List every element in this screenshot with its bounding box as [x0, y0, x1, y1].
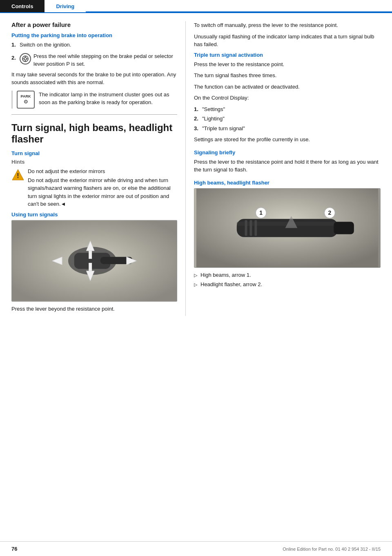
- signaling-briefly-title: Signaling briefly: [194, 149, 381, 156]
- hint2-text: Do not adjust the exterior mirror while …: [28, 176, 177, 208]
- right-column: To switch off manually, press the lever …: [186, 21, 392, 316]
- warning-triangle-icon: !: [11, 168, 24, 181]
- tab-driving[interactable]: Driving: [45, 0, 86, 12]
- high-beams-bullets: High beams, arrow 1. Headlight flasher, …: [194, 271, 381, 289]
- section-turn-signal: Turn signal, high beams, headlight flash…: [11, 122, 177, 313]
- svg-rect-21: [245, 220, 247, 236]
- parking-brake-subtitle: Putting the parking brake into operation: [11, 32, 177, 38]
- triple-turn-section: Triple turn signal activation Press the …: [194, 52, 381, 144]
- turn-signal-caption: Press the lever beyond the resistance po…: [11, 305, 177, 313]
- svg-point-1: [24, 58, 27, 60]
- svg-text:!: !: [17, 172, 19, 179]
- triple-step-3: 3. "Triple turn signal": [194, 125, 381, 133]
- signaling-briefly-section: Signaling briefly Press the lever to the…: [194, 149, 381, 174]
- brake-body-text: It may take several seconds for the brak…: [11, 71, 177, 87]
- bullet-headlight-flasher: Headlight flasher, arrow 2.: [194, 280, 381, 289]
- power-failure-title: After a power failure: [11, 21, 177, 28]
- hint1-text: Do not adjust the exterior mirrors: [28, 167, 177, 176]
- reel-icon: [20, 53, 31, 64]
- hints-title: Hints: [11, 159, 177, 165]
- park-note-text: The indicator lamp in the instrument clu…: [39, 91, 177, 107]
- high-beams-title: High beams, headlight flasher: [194, 180, 381, 186]
- triple-text-4: On the Control Display:: [194, 94, 381, 102]
- turn-signal-image: [11, 220, 177, 302]
- triple-text-5: Settings are stored for the profile curr…: [194, 136, 381, 144]
- triple-steps: 1. "Settings" 2. "Lighting" 3. "Triple t…: [194, 105, 381, 133]
- main-content: After a power failure Putting the parkin…: [0, 13, 392, 324]
- using-turn-signals-title: Using turn signals: [11, 211, 177, 218]
- tab-controls[interactable]: Controls: [0, 0, 45, 12]
- intro-text-2: Unusually rapid flashing of the indicato…: [194, 33, 381, 49]
- footer: 76 Online Edition for Part no. 01 40 2 9…: [0, 541, 392, 556]
- high-beams-image: 1 2: [194, 188, 381, 268]
- triple-step-1: 1. "Settings": [194, 105, 381, 113]
- parking-brake-steps: 1. Switch on the ignition.: [11, 41, 177, 49]
- high-beams-section: High beams, headlight flasher: [194, 180, 381, 289]
- step-1: 1. Switch on the ignition.: [11, 41, 177, 49]
- footer-info: Online Edition for Part no. 01 40 2 954 …: [283, 547, 381, 552]
- bullet-high-beams: High beams, arrow 1.: [194, 271, 381, 279]
- section-divider: [11, 114, 177, 115]
- triple-text-2: The turn signal flashes three times.: [194, 71, 381, 80]
- step-2-row: 2. Press the reel while stepping on the …: [11, 52, 177, 68]
- triple-text-3: The function can be activated or deactiv…: [194, 83, 381, 91]
- left-column: After a power failure Putting the parkin…: [0, 21, 186, 316]
- triple-turn-title: Triple turn signal activation: [194, 52, 381, 58]
- svg-text:1: 1: [259, 209, 263, 216]
- svg-rect-26: [334, 222, 354, 234]
- triple-text-1: Press the lever to the resistance point.: [194, 60, 381, 69]
- turn-signal-large-title: Turn signal, high beams, headlight flash…: [11, 122, 177, 146]
- section-power-failure: After a power failure Putting the parkin…: [11, 21, 177, 109]
- triple-step-2: 2. "Lighting": [194, 115, 381, 123]
- page-number: 76: [11, 546, 17, 552]
- intro-text-1: To switch off manually, press the lever …: [194, 21, 381, 29]
- svg-rect-22: [249, 220, 252, 236]
- svg-rect-23: [254, 220, 257, 236]
- svg-text:2: 2: [328, 209, 332, 216]
- warning-box: ! Do not adjust the exterior mirrors Do …: [11, 167, 177, 208]
- park-note-box: PARK ⊙ The indicator lamp in the instrum…: [11, 91, 177, 109]
- park-indicator-icon: PARK ⊙: [17, 91, 35, 109]
- svg-rect-13: [89, 251, 92, 259]
- turn-signal-subtitle: Turn signal: [11, 150, 177, 156]
- signaling-briefly-text: Press the lever to the resistance point …: [194, 158, 381, 174]
- svg-rect-15: [89, 263, 92, 271]
- header-tabs: Controls Driving: [0, 0, 392, 13]
